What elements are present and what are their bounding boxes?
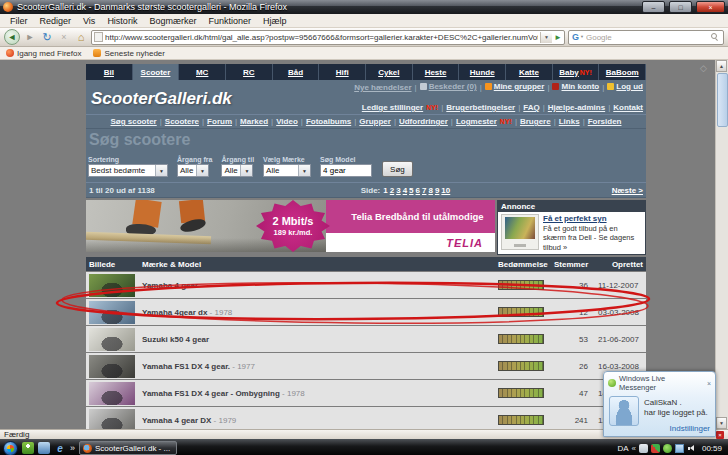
go-button[interactable]	[554, 33, 562, 42]
info-link-3[interactable]: Hjælpe-admins	[548, 103, 605, 112]
tab-rc[interactable]: RC	[226, 64, 273, 80]
scooter-thumbnail[interactable]	[89, 328, 135, 351]
tab-hunde[interactable]: Hunde	[459, 64, 506, 80]
show-desktop-icon[interactable]	[38, 442, 50, 454]
tray-status-icon[interactable]	[663, 444, 672, 453]
popup-close-icon[interactable]	[707, 380, 711, 387]
network-icon[interactable]	[675, 444, 684, 453]
model-link[interactable]: Yamaha 4 gear DX	[142, 416, 211, 425]
quicklaunch-expand-icon[interactable]	[70, 443, 75, 453]
page-link-7[interactable]: 7	[422, 186, 426, 195]
google-icon[interactable]: G	[572, 32, 584, 42]
table-row[interactable]: Yamaha FS1 DX 4 gear - Ombygning - 19784…	[86, 380, 646, 406]
scooter-thumbnail[interactable]	[89, 301, 135, 324]
tab-cykel[interactable]: Cykel	[366, 64, 413, 80]
model-link[interactable]: Yamaha 4gear dx	[142, 308, 207, 317]
messenger-popup[interactable]: Windows Live Messenger CaliSkaN . har li…	[603, 371, 716, 437]
page-link-8[interactable]: 8	[428, 186, 432, 195]
model-input[interactable]	[320, 164, 372, 177]
search-submit-button[interactable]: Søg	[382, 161, 413, 177]
internet-explorer-icon[interactable]	[54, 442, 66, 454]
model-link[interactable]: Yamaha FS1 DX 4 gear.	[142, 362, 230, 371]
home-button[interactable]	[74, 30, 88, 44]
tab-katte[interactable]: Katte	[506, 64, 553, 80]
page-link-4[interactable]: 4	[403, 186, 407, 195]
nav-link-0[interactable]: Søg scooter	[110, 117, 156, 126]
user-link-0[interactable]: Nye hændelser	[354, 83, 411, 92]
nav-link-11[interactable]: Forsiden	[588, 117, 622, 126]
user-link-3[interactable]: Min konto	[552, 82, 599, 91]
column-header-0[interactable]: Billede	[86, 260, 138, 269]
minimize-button[interactable]	[642, 1, 665, 13]
dropdown-arrow-icon[interactable]	[196, 165, 208, 176]
nav-link-1[interactable]: Scootere	[165, 117, 199, 126]
table-row[interactable]: Yamaha 4 gear3611-12-2007	[86, 272, 646, 298]
model-link[interactable]: Yamaha FS1 DX 4 gear - Ombygning	[142, 389, 280, 398]
tab-mc[interactable]: MC	[179, 64, 226, 80]
select-2[interactable]: Alle	[221, 164, 253, 177]
taskbar-firefox-button[interactable]: ScooterGalleri.dk - ...	[79, 441, 177, 455]
messenger-quicklaunch-icon[interactable]	[22, 442, 34, 454]
column-header-2[interactable]: Bedømmelse	[492, 260, 554, 269]
table-row[interactable]: Yamaha 4gear dx - 19781203-03-2008	[86, 299, 646, 325]
tab-scooter[interactable]: Scooter	[133, 64, 180, 80]
start-button[interactable]	[3, 441, 18, 455]
select-3[interactable]: Alle	[263, 164, 311, 177]
nav-link-8[interactable]: LogmesterNY!	[456, 117, 512, 126]
page-link-9[interactable]: 9	[435, 186, 439, 195]
stop-button[interactable]	[57, 30, 71, 44]
nav-link-9[interactable]: Brugere	[520, 117, 551, 126]
info-link-4[interactable]: Kontakt	[613, 103, 643, 112]
dropdown-arrow-icon[interactable]	[298, 165, 310, 176]
messenger-settings-link[interactable]: Indstillinger	[670, 424, 710, 433]
maximize-button[interactable]	[669, 1, 692, 13]
site-logo[interactable]: ScooterGalleri.dk	[91, 89, 232, 109]
model-link[interactable]: Yamaha 4 gear	[142, 281, 198, 290]
scroll-down-icon[interactable]	[716, 417, 727, 429]
scooter-thumbnail[interactable]	[89, 274, 135, 297]
tab-båd[interactable]: Båd	[273, 64, 320, 80]
nav-link-7[interactable]: Udfordringer	[399, 117, 448, 126]
ad-title-link[interactable]: Få et perfekt syn	[543, 214, 642, 224]
select-0[interactable]: Bedst bedømte	[88, 164, 168, 177]
column-header-4[interactable]: Oprettet	[588, 260, 646, 269]
telia-ad-banner[interactable]: 2 Mbit/s 189 kr./md. Telia Bredbånd til …	[86, 200, 495, 252]
back-button[interactable]	[4, 29, 20, 45]
column-header-1[interactable]: Mærke & Model	[138, 260, 492, 269]
reload-button[interactable]	[40, 30, 54, 44]
status-close-icon[interactable]	[716, 431, 724, 439]
forward-button[interactable]	[23, 30, 37, 44]
menu-item-5[interactable]: Funktioner	[202, 16, 257, 26]
menu-item-4[interactable]: Bogmærker	[143, 16, 202, 26]
page-link-3[interactable]: 3	[396, 186, 400, 195]
nav-link-3[interactable]: Marked	[240, 117, 268, 126]
info-link-0[interactable]: Ledige stillingerNY!	[362, 103, 438, 112]
select-1[interactable]: Alle	[177, 164, 209, 177]
tab-bil[interactable]: Bil	[86, 64, 133, 80]
table-row[interactable]: Yamaha FS1 DX 4 gear. - 19772616-03-2008	[86, 353, 646, 379]
url-input[interactable]	[105, 32, 538, 43]
page-link-2[interactable]: 2	[390, 186, 394, 195]
bookmark-item-0[interactable]: Igang med Firefox	[6, 49, 81, 58]
menu-item-2[interactable]: Vis	[77, 16, 101, 26]
ad-monitor-image[interactable]	[501, 214, 539, 250]
scrollbar-thumb[interactable]	[717, 73, 728, 127]
menu-item-1[interactable]: Rediger	[34, 16, 78, 26]
close-button[interactable]	[696, 1, 725, 13]
menu-item-6[interactable]: Hjælp	[257, 16, 293, 26]
tab-baby[interactable]: BabyNY!	[553, 64, 600, 80]
url-dropdown-icon[interactable]	[540, 32, 552, 43]
column-header-3[interactable]: Stemmer	[554, 260, 588, 269]
scooter-thumbnail[interactable]	[89, 382, 135, 405]
info-link-1[interactable]: Brugerbetingelser	[446, 103, 515, 112]
nav-link-4[interactable]: Video	[276, 117, 298, 126]
title-bar[interactable]: ScooterGalleri.dk - Danmarks største sco…	[0, 0, 728, 14]
nav-link-6[interactable]: Grupper	[359, 117, 391, 126]
page-link-1[interactable]: 1	[383, 186, 387, 195]
nav-link-2[interactable]: Forum	[207, 117, 232, 126]
dropdown-arrow-icon[interactable]	[155, 165, 167, 176]
page-link-10[interactable]: 10	[441, 186, 450, 195]
search-magnifier-icon[interactable]	[711, 33, 720, 42]
search-box[interactable]: G	[568, 30, 724, 45]
model-link[interactable]: Suzuki k50 4 gear	[142, 335, 209, 344]
